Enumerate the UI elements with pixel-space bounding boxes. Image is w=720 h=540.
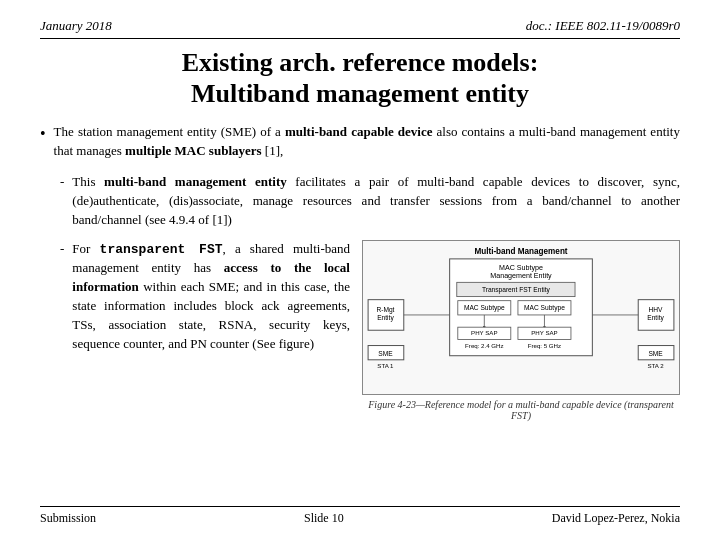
sub-text-2: For transparent FST, a shared multi-band…: [72, 240, 350, 354]
main-bullet: • The station management entity (SME) of…: [40, 123, 680, 161]
sub-item-1: - This multi-band management entity faci…: [60, 173, 680, 230]
diagram-svg: Multi-band Management MAC Subtype Manage…: [363, 241, 679, 394]
footer: Submission Slide 10 David Lopez-Perez, N…: [40, 506, 680, 526]
page: January 2018 doc.: IEEE 802.11-19/0089r0…: [0, 0, 720, 540]
svg-text:Freq: 2.4 GHz: Freq: 2.4 GHz: [465, 341, 503, 348]
svg-text:Entity: Entity: [647, 314, 664, 322]
svg-text:MAC Subtype: MAC Subtype: [499, 264, 543, 272]
svg-text:SME: SME: [648, 349, 663, 356]
bullet-dot: •: [40, 123, 46, 161]
figure-area: Multi-band Management MAC Subtype Manage…: [362, 240, 680, 421]
header-doc: doc.: IEEE 802.11-19/0089r0: [526, 18, 680, 34]
svg-text:MAC Subtype: MAC Subtype: [524, 303, 565, 311]
content-area: • The station management entity (SME) of…: [40, 123, 680, 500]
title-section: Existing arch. reference models: Multiba…: [40, 47, 680, 109]
svg-text:STA 2: STA 2: [647, 362, 664, 369]
svg-text:SME: SME: [378, 349, 393, 356]
header-date: January 2018: [40, 18, 112, 34]
svg-text:STA 1: STA 1: [377, 362, 394, 369]
sub-item-2-text: - For transparent FST, a shared multi-ba…: [60, 240, 350, 421]
sub-dash-1: -: [60, 173, 64, 230]
header: January 2018 doc.: IEEE 802.11-19/0089r0: [40, 18, 680, 39]
footer-left: Submission: [40, 511, 96, 526]
svg-text:Freq: 5 GHz: Freq: 5 GHz: [528, 341, 561, 348]
sub-item-2: - For transparent FST, a shared multi-ba…: [60, 240, 350, 354]
sub-items: - This multi-band management entity faci…: [60, 173, 680, 421]
bullet-text: The station management entity (SME) of a…: [54, 123, 680, 161]
sub-dash-2: -: [60, 240, 64, 354]
figure-box: Multi-band Management MAC Subtype Manage…: [362, 240, 680, 395]
svg-text:HHV: HHV: [649, 305, 664, 312]
slide-title: Existing arch. reference models: Multiba…: [40, 47, 680, 109]
footer-right: David Lopez-Perez, Nokia: [552, 511, 680, 526]
svg-text:Transparent FST Entity: Transparent FST Entity: [482, 285, 551, 293]
sub-text-1: This multi-band management entity facili…: [72, 173, 680, 230]
svg-text:PHY SAP: PHY SAP: [471, 329, 497, 336]
svg-text:PHY SAP: PHY SAP: [531, 329, 557, 336]
footer-center: Slide 10: [304, 511, 344, 526]
svg-text:R-Mgt: R-Mgt: [376, 305, 394, 313]
svg-text:Management Entity: Management Entity: [490, 272, 552, 280]
bottom-row: - For transparent FST, a shared multi-ba…: [60, 240, 680, 421]
svg-text:Entity: Entity: [377, 314, 394, 322]
svg-text:Multi-band Management: Multi-band Management: [474, 246, 567, 255]
svg-text:MAC Subtype: MAC Subtype: [464, 303, 505, 311]
figure-caption: Figure 4-23—Reference model for a multi-…: [362, 399, 680, 421]
